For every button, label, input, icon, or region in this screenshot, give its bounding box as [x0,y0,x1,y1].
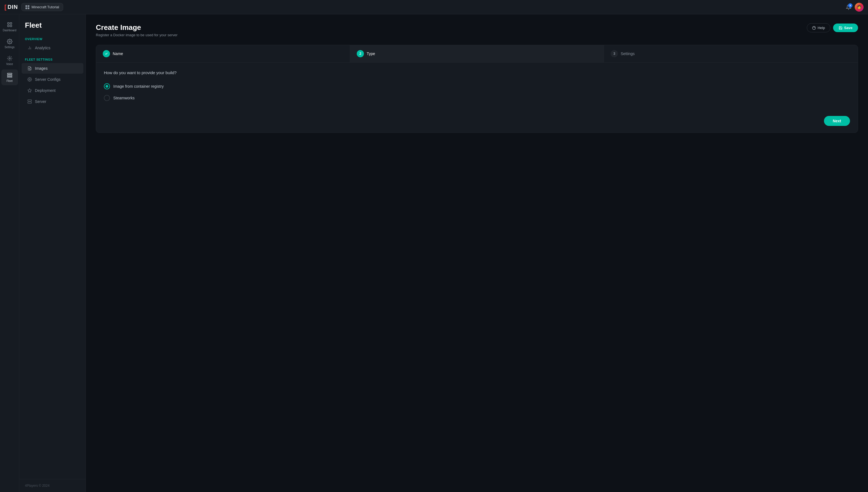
sidebar-overview-section: OVERVIEW [19,35,86,42]
server-icon [27,99,32,104]
sidebar-server-configs-label: Server Configs [35,77,61,82]
nav-fleet-label: Fleet [6,79,13,82]
step-number-2: 2 [357,50,364,57]
wizard-question: How do you want to provide your build? [104,70,850,75]
avatar-initials: 🧑 [857,5,861,9]
sidebar-item-server[interactable]: Server [22,96,84,107]
radio-circle-steamworks [104,95,110,101]
help-button[interactable]: Help [807,23,830,32]
avatar[interactable]: 🧑 [855,3,864,11]
nav-fleet[interactable]: Fleet [1,70,18,85]
svg-rect-18 [28,100,31,101]
project-badge[interactable]: Minecraft Tutorial [21,3,64,11]
nav-voice[interactable]: Voice [1,53,18,68]
radio-label-steamworks: Steamworks [113,96,135,100]
page-subtitle: Register a Docker image to be used for y… [96,33,178,37]
grid-icon [25,5,29,9]
sidebar-analytics-label: Analytics [35,46,50,50]
svg-point-5 [9,58,10,59]
save-button[interactable]: Save [833,24,858,32]
sidebar-deployment-label: Deployment [35,88,56,93]
nav-settings[interactable]: Settings [1,36,18,51]
sidebar-item-analytics[interactable]: Analytics [22,43,84,53]
analytics-icon [27,45,32,50]
notification-badge: 9 [848,3,852,8]
sidebar: Fleet OVERVIEW Analytics FLEET SETTINGS [19,15,86,492]
sidebar-server-label: Server [35,99,46,104]
radio-circle-container-registry [104,83,110,90]
sidebar-images-label: Images [35,66,48,71]
step-type-label: Type [367,51,375,56]
dashboard-icon [7,22,13,28]
svg-rect-8 [7,76,12,77]
sidebar-item-deployment[interactable]: Deployment [22,85,84,96]
radio-label-container-registry: Image from container registry [113,84,164,89]
nav-voice-label: Voice [6,63,13,66]
step-tab-name[interactable]: Name [96,45,350,62]
wizard-card: Name 2 Type 3 Settings How do you want t… [96,45,858,133]
step-tab-type[interactable]: 2 Type [350,45,604,62]
notification-button[interactable]: 9 [846,4,851,10]
svg-rect-19 [28,102,31,103]
step-tabs: Name 2 Type 3 Settings [96,45,858,63]
sidebar-footer: 4Players © 2024 [19,479,86,492]
nav-dashboard-label: Dashboard [3,29,16,32]
logo: [ DIN [4,4,18,11]
logo-text: DIN [7,4,18,10]
save-label: Save [844,26,852,30]
voice-icon [7,55,13,62]
logo-bracket: [ [4,4,6,11]
server-configs-icon [27,77,32,82]
icon-nav: Dashboard Settings Voice [0,15,19,492]
sidebar-item-server-configs[interactable]: Server Configs [22,74,84,85]
fleet-icon [7,72,13,78]
svg-point-16 [29,79,30,80]
topbar: [ DIN Minecraft Tutorial 9 🧑 [0,0,868,15]
sidebar-item-images[interactable]: Images [22,63,84,74]
svg-rect-6 [7,73,12,74]
radio-option-container-registry[interactable]: Image from container registry [104,80,850,92]
images-icon [27,66,32,71]
step-number-3: 3 [611,50,618,57]
svg-point-15 [29,68,30,69]
svg-rect-1 [10,23,11,24]
header-actions: Help Save [807,23,858,32]
nav-settings-label: Settings [4,46,15,49]
wizard-footer: Next [96,112,858,132]
sidebar-title: Fleet [19,21,86,35]
svg-rect-2 [7,25,9,27]
nav-dashboard[interactable]: Dashboard [1,19,18,34]
radio-option-steamworks[interactable]: Steamworks [104,92,850,104]
main-layout: Dashboard Settings Voice [0,15,868,492]
help-label: Help [818,26,825,30]
topbar-right: 9 🧑 [846,3,864,11]
content-title-group: Create Image Register a Docker image to … [96,23,178,37]
content: Create Image Register a Docker image to … [86,15,868,492]
sidebar-fleet-settings-section: FLEET SETTINGS [19,56,86,63]
step-number-1 [103,50,110,57]
next-button[interactable]: Next [824,116,850,126]
step-tab-settings[interactable]: 3 Settings [604,45,858,62]
svg-marker-17 [28,89,31,92]
step-settings-label: Settings [621,51,635,56]
wizard-body: How do you want to provide your build? I… [96,63,858,112]
content-header: Create Image Register a Docker image to … [96,23,858,37]
step-name-label: Name [113,51,123,56]
svg-rect-7 [7,75,12,76]
svg-rect-0 [7,23,9,24]
page-title: Create Image [96,23,178,32]
settings-icon [7,39,13,45]
svg-rect-3 [10,25,11,27]
svg-point-4 [9,41,10,42]
project-label: Minecraft Tutorial [31,5,59,9]
deployment-icon [27,88,32,93]
